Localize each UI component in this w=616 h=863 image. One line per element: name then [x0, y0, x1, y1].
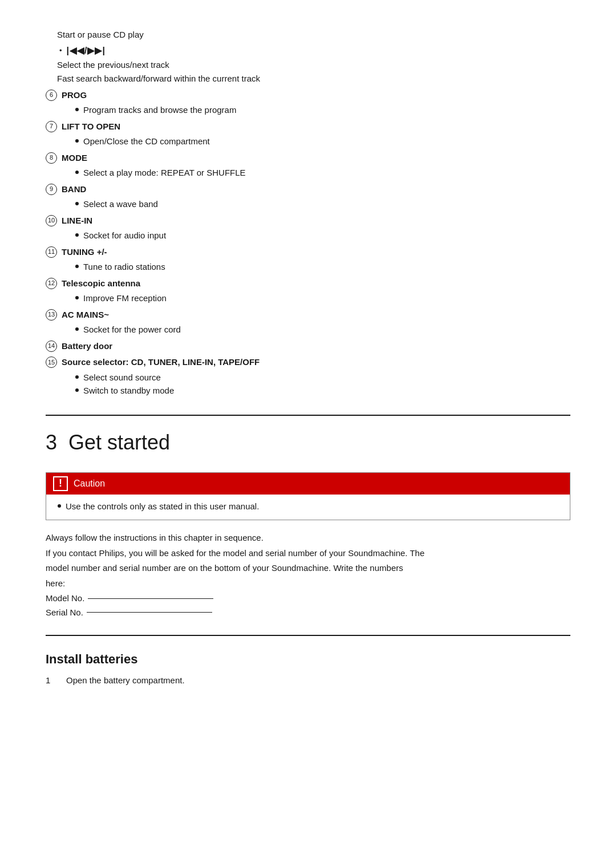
- item-8-bullets: Select a play mode: REPEAT or SHUFFLE: [73, 167, 570, 180]
- info-line-3: model number and serial number are on th…: [46, 562, 570, 575]
- info-line-1: Always follow the instructions in this c…: [46, 532, 570, 545]
- bullet-dot: [75, 265, 79, 268]
- item-11-label: TUNING +/-: [62, 246, 107, 259]
- info-line-2: If you contact Philips, you will be aske…: [46, 547, 570, 560]
- bullet-text: Socket for the power cord: [83, 323, 181, 337]
- item-6-label: PROG: [62, 89, 87, 102]
- item-6-bullets: Program tracks and browse the program: [73, 104, 570, 117]
- track-symbol-item: • |◀◀/▶▶|: [57, 44, 570, 58]
- item-11: 11 TUNING +/-: [46, 246, 570, 259]
- install-heading: Install batteries: [46, 650, 570, 668]
- bullet-dot: [75, 375, 79, 379]
- circle-num-11: 11: [46, 246, 57, 258]
- item-9-bullets: Select a wave band: [73, 198, 570, 211]
- item-12: 12 Telescopic antenna: [46, 277, 570, 290]
- bullet-dot: [75, 233, 79, 237]
- section-divider: [46, 415, 570, 416]
- bullet-dot: [75, 327, 79, 331]
- bullet-text: Improve FM reception: [83, 292, 167, 305]
- item-7: 7 LIFT TO OPEN: [46, 120, 570, 133]
- track-icon: |◀◀/▶▶|: [67, 44, 106, 58]
- item-12-label: Telescopic antenna: [62, 277, 140, 290]
- bullet-item: Improve FM reception: [73, 292, 570, 305]
- caution-bullet-text: Use the controls only as stated in this …: [66, 500, 259, 513]
- bullet-text: Open/Close the CD compartment: [83, 135, 210, 148]
- bullet-dot: [75, 202, 79, 205]
- chapter-heading: 3 Get started: [46, 427, 570, 458]
- item-8: 8 MODE: [46, 152, 570, 165]
- circle-num-10: 10: [46, 215, 57, 226]
- caution-header: ! Caution: [46, 473, 570, 495]
- bullet-item: Open/Close the CD compartment: [73, 135, 570, 148]
- serial-label: Serial No.: [46, 606, 83, 619]
- bullet-text: Socket for audio input: [83, 229, 166, 242]
- bullet-text: Select sound source: [83, 371, 161, 384]
- item-7-label: LIFT TO OPEN: [62, 120, 120, 133]
- bullet-text: Select a wave band: [83, 198, 158, 211]
- model-underline: [88, 598, 213, 599]
- item-12-bullets: Improve FM reception: [73, 292, 570, 305]
- serial-no-line: Serial No.: [46, 606, 570, 619]
- item-15: 15 Source selector: CD, TUNER, LINE-IN, …: [46, 356, 570, 369]
- bullet-text: Program tracks and browse the program: [83, 104, 236, 117]
- caution-box: ! Caution Use the controls only as state…: [46, 472, 570, 521]
- bullet-item: Select a wave band: [73, 198, 570, 211]
- bullet-item: Socket for the power cord: [73, 323, 570, 337]
- bullet-text: Select a play mode: REPEAT or SHUFFLE: [83, 167, 246, 180]
- step-1-text: Open the battery compartment.: [66, 674, 185, 687]
- bullet-text: Tune to radio stations: [83, 261, 165, 274]
- caution-icon: !: [53, 476, 68, 491]
- item-14-label: Battery door: [62, 340, 112, 353]
- caution-title: Caution: [74, 477, 105, 491]
- item-13-label: AC MAINS~: [62, 309, 109, 322]
- item-9: 9 BAND: [46, 183, 570, 196]
- bullet-item: Select sound source: [73, 371, 570, 384]
- serial-underline: [87, 612, 212, 613]
- bullet-dot: [75, 171, 79, 174]
- caution-bullet: Use the controls only as stated in this …: [55, 500, 561, 513]
- caution-bullet-dot: [58, 504, 61, 508]
- step-1-num: 1: [46, 674, 57, 687]
- select-track-text: Select the previous/next track: [57, 59, 570, 72]
- bullet-dot: [75, 296, 79, 299]
- circle-num-13: 13: [46, 309, 57, 321]
- bullet-dot-symbol: •: [59, 45, 62, 56]
- item-14: 14 Battery door: [46, 340, 570, 353]
- caution-body: Use the controls only as stated in this …: [46, 495, 570, 520]
- item-13: 13 AC MAINS~: [46, 309, 570, 322]
- item-15-bullets: Select sound source Switch to standby mo…: [73, 371, 570, 398]
- item-15-label: Source selector: CD, TUNER, LINE-IN, TAP…: [62, 356, 260, 369]
- item-6: 6 PROG: [46, 89, 570, 102]
- circle-num-14: 14: [46, 341, 57, 352]
- bullet-item: Socket for audio input: [73, 229, 570, 242]
- bullet-dot: [75, 388, 79, 392]
- install-divider: [46, 635, 570, 636]
- item-8-label: MODE: [62, 152, 87, 165]
- item-10-bullets: Socket for audio input: [73, 229, 570, 242]
- chapter-number: 3: [46, 431, 57, 454]
- item-7-bullets: Open/Close the CD compartment: [73, 135, 570, 148]
- circle-num-15: 15: [46, 356, 57, 368]
- bullet-item: Tune to radio stations: [73, 261, 570, 274]
- circle-num-8: 8: [46, 152, 57, 164]
- circle-num-6: 6: [46, 90, 57, 101]
- item-10: 10 LINE-IN: [46, 214, 570, 228]
- item-9-label: BAND: [62, 183, 86, 196]
- item-11-bullets: Tune to radio stations: [73, 261, 570, 274]
- info-line-4: here:: [46, 577, 570, 590]
- item-13-bullets: Socket for the power cord: [73, 323, 570, 337]
- fast-search-text: Fast search backward/forward within the …: [57, 72, 570, 86]
- install-step-1: 1 Open the battery compartment.: [46, 674, 570, 687]
- bullet-dot: [75, 139, 79, 143]
- chapter-title: Get started: [68, 431, 170, 454]
- bullet-dot: [75, 108, 79, 111]
- circle-num-7: 7: [46, 121, 57, 132]
- bullet-item: Program tracks and browse the program: [73, 104, 570, 117]
- item-10-label: LINE-IN: [62, 214, 92, 228]
- circle-num-12: 12: [46, 278, 57, 289]
- bullet-item: Select a play mode: REPEAT or SHUFFLE: [73, 167, 570, 180]
- model-label: Model No.: [46, 592, 84, 605]
- circle-num-9: 9: [46, 184, 57, 195]
- start-pause-text: Start or pause CD play: [57, 29, 570, 42]
- model-no-line: Model No.: [46, 592, 570, 605]
